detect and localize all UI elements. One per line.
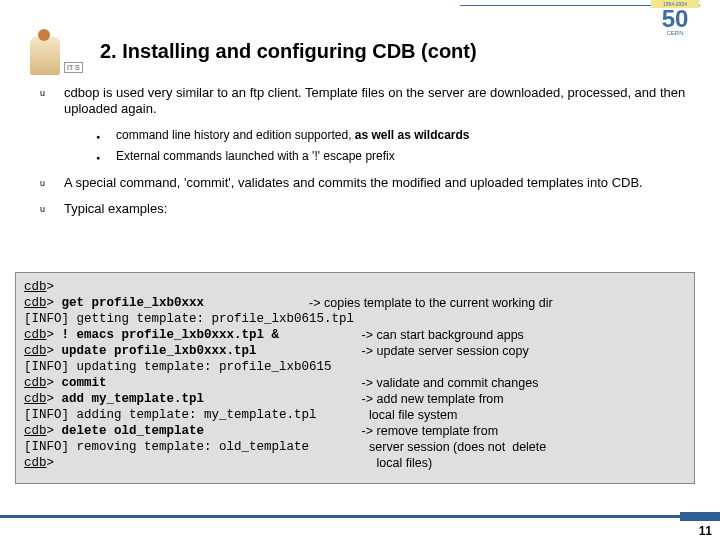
code-example-box: cdb> cdb> get profile_lxb0xxx -> copies …: [15, 272, 695, 484]
mascot-icon: [30, 37, 60, 75]
bullet-1-rest: is used very similar to an ftp client. T…: [64, 85, 685, 116]
bullet-1-text: cdbop is used very similar to an ftp cli…: [64, 85, 690, 118]
bullet-mark: u: [40, 175, 64, 191]
cdbop-keyword: cdbop: [64, 85, 99, 100]
sub-bullet-2-text: External commands launched with a '!' es…: [116, 149, 395, 165]
footer-bar: [0, 515, 720, 518]
fifty-digit-5: 5: [662, 8, 675, 30]
fifty-digit-0: 0: [675, 8, 688, 30]
bullet-mark: u: [40, 201, 64, 217]
bullet-1: u cdbop is used very similar to an ftp c…: [40, 85, 690, 118]
sub-bullet-1-text: command line history and edition support…: [116, 128, 470, 144]
content-area: u cdbop is used very similar to an ftp c…: [40, 85, 690, 227]
page-number: 11: [699, 524, 712, 538]
sub-bullet-mark: ●: [96, 128, 116, 144]
slide-title: 2. Installing and configuring CDB (cont): [100, 40, 477, 63]
sub-bullets: ● command line history and edition suppo…: [96, 128, 690, 165]
sub-bullet-2: ● External commands launched with a '!' …: [96, 149, 690, 165]
sub-bullet-mark: ●: [96, 149, 116, 165]
bullet-mark: u: [40, 85, 64, 118]
bullet-2: u A special command, 'commit', validates…: [40, 175, 690, 191]
sub-bullet-1: ● command line history and edition suppo…: [96, 128, 690, 144]
bullet-3: u Typical examples:: [40, 201, 690, 217]
bullet-3-text: Typical examples:: [64, 201, 690, 217]
it-label: IT S: [64, 62, 83, 73]
logo-right: 1954-2004 5 0 CERN: [650, 0, 700, 50]
slide: IT S 1954-2004 5 0 CERN 2. Installing an…: [0, 0, 720, 540]
logo-left: IT S: [30, 35, 90, 75]
bullet-2-text: A special command, 'commit', validates a…: [64, 175, 690, 191]
